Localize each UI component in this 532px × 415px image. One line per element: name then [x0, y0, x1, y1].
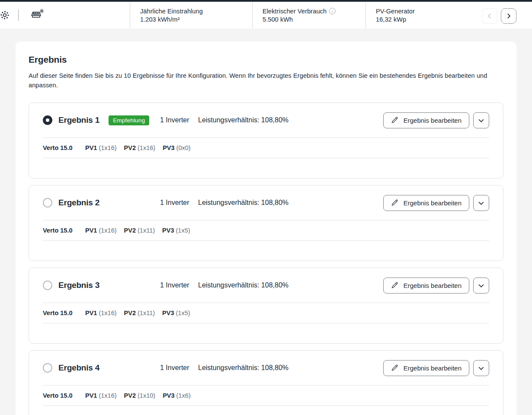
- edit-result-button-label: Ergebnis bearbeiten: [404, 282, 461, 289]
- inverter-model: Verto 15.0: [43, 392, 85, 399]
- pv-strings: PV1 (1x16)PV2 (1x11)PV3 (1x5): [85, 310, 198, 316]
- chevron-right-icon: [506, 13, 512, 19]
- inverter-count: 1 Inverter: [160, 281, 198, 289]
- chevron-down-icon: [478, 282, 484, 289]
- stat-value: 16,32 kWp: [376, 16, 415, 23]
- settings-gear-icon[interactable]: [0, 10, 12, 21]
- result-radio[interactable]: [43, 115, 52, 125]
- stat-jaehrliche-einstrahlung: Jährliche Einstrahlung 1.203 kWh/m²: [130, 2, 252, 29]
- expand-result-button[interactable]: [473, 195, 489, 211]
- pv-string: PV3 (0x0): [163, 144, 191, 151]
- stat-elektrischer-verbrauch: Elektrischer Verbrauch i 5.500 kWh: [252, 2, 365, 29]
- info-icon[interactable]: i: [329, 8, 336, 14]
- chevron-down-icon: [478, 365, 484, 371]
- card-divider: [43, 158, 489, 158]
- edit-result-button-label: Ergebnis bearbeiten: [404, 364, 461, 372]
- pv-string: PV2 (1x11): [124, 310, 155, 316]
- stat-pv-generator: PV-Generator 16,32 kWp: [365, 2, 469, 29]
- results-panel: Ergebnis Auf dieser Seite finden Sie bis…: [16, 42, 516, 415]
- pv-string: PV3 (1x5): [162, 227, 190, 234]
- page-description: Auf dieser Seite finden Sie bis zu 10 Er…: [29, 71, 503, 90]
- pv-string: PV2 (1x10): [124, 392, 156, 399]
- pv-string: PV3 (1x5): [162, 310, 190, 316]
- result-card-header: Ergebnis 2 1 Inverter Leistungsverhältni…: [29, 185, 503, 220]
- pv-strings: PV1 (1x16)PV2 (1x11)PV3 (1x5): [85, 227, 198, 234]
- performance-ratio: Leistungsverhältnis: 108,80%: [198, 281, 288, 289]
- edit-result-button[interactable]: Ergebnis bearbeiten: [383, 112, 469, 128]
- edit-result-button[interactable]: Ergebnis bearbeiten: [383, 195, 469, 211]
- result-card-header: Ergebnis 4 1 Inverter Leistungsverhältni…: [29, 351, 503, 385]
- result-spec-row: Verto 15.0 PV1 (1x16)PV2 (1x16)PV3 (0x0): [29, 138, 503, 158]
- card-divider: [43, 405, 489, 406]
- prev-step-button[interactable]: [482, 8, 497, 24]
- edit-result-button-label: Ergebnis bearbeiten: [404, 117, 461, 124]
- result-radio[interactable]: [43, 198, 52, 208]
- pencil-icon: [391, 199, 399, 207]
- performance-ratio: Leistungsverhältnis: 108,80%: [198, 364, 288, 372]
- stat-label: Elektrischer Verbrauch: [263, 7, 327, 15]
- pv-strings: PV1 (1x16)PV2 (1x16)PV3 (0x0): [85, 144, 198, 151]
- pv-string: PV1 (1x16): [85, 227, 117, 234]
- result-spec-row: Verto 15.0 PV1 (1x16)PV2 (1x10)PV3 (1x6): [29, 386, 503, 405]
- result-title: Ergebnis 2: [58, 198, 99, 208]
- card-divider: [43, 240, 489, 241]
- topbar: Jährliche Einstrahlung 1.203 kWh/m² Elek…: [0, 2, 532, 29]
- recommendation-badge: Empfehlung: [109, 115, 149, 125]
- topbar-stats: Jährliche Einstrahlung 1.203 kWh/m² Elek…: [130, 2, 469, 29]
- result-title: Ergebnis 1: [58, 115, 99, 125]
- result-card: Ergebnis 2 1 Inverter Leistungsverhältni…: [29, 185, 503, 261]
- pv-string: PV2 (1x11): [124, 227, 155, 234]
- expand-result-button[interactable]: [473, 112, 489, 128]
- stat-label: PV-Generator: [376, 7, 415, 15]
- pencil-icon: [391, 281, 399, 289]
- result-radio[interactable]: [43, 363, 52, 373]
- inverter-model: Verto 15.0: [43, 310, 85, 316]
- card-divider: [43, 323, 489, 323]
- pv-string: PV1 (1x16): [85, 392, 117, 399]
- pv-strings: PV1 (1x16)PV2 (1x10)PV3 (1x6): [85, 392, 198, 399]
- pv-string: PV2 (1x16): [124, 144, 156, 151]
- edit-result-button-label: Ergebnis bearbeiten: [404, 199, 461, 207]
- result-title: Ergebnis 4: [58, 363, 99, 373]
- performance-ratio: Leistungsverhältnis: 108,80%: [198, 199, 288, 207]
- next-step-button[interactable]: [501, 8, 516, 24]
- stat-label: Jährliche Einstrahlung: [140, 7, 203, 15]
- stat-value: 5.500 kWh: [263, 16, 336, 23]
- pv-string: PV1 (1x16): [85, 310, 117, 316]
- result-card: Ergebnis 4 1 Inverter Leistungsverhältni…: [29, 350, 503, 415]
- expand-result-button[interactable]: [473, 360, 489, 376]
- edit-result-button[interactable]: Ergebnis bearbeiten: [383, 360, 469, 376]
- chevron-left-icon: [487, 13, 493, 19]
- chevron-down-icon: [478, 117, 484, 124]
- result-spec-row: Verto 15.0 PV1 (1x16)PV2 (1x11)PV3 (1x5): [29, 220, 503, 240]
- chevron-down-icon: [478, 200, 484, 206]
- pv-string: PV3 (1x6): [163, 392, 191, 399]
- solar-panel-icon: [29, 8, 45, 22]
- result-card: Ergebnis 1 Empfehlung 1 Inverter Leistun…: [29, 102, 503, 179]
- inverter-count: 1 Inverter: [160, 199, 198, 207]
- topbar-divider: [18, 10, 19, 21]
- expand-result-button[interactable]: [473, 278, 489, 294]
- inverter-count: 1 Inverter: [160, 364, 198, 372]
- result-card: Ergebnis 3 1 Inverter Leistungsverhältni…: [29, 268, 503, 344]
- pencil-icon: [391, 116, 399, 124]
- result-radio[interactable]: [43, 281, 52, 290]
- inverter-model: Verto 15.0: [43, 227, 85, 234]
- page-title: Ergebnis: [29, 54, 503, 65]
- inverter-model: Verto 15.0: [43, 144, 85, 151]
- result-card-header: Ergebnis 1 Empfehlung 1 Inverter Leistun…: [29, 103, 503, 137]
- inverter-count: 1 Inverter: [160, 116, 198, 124]
- results-list: Ergebnis 1 Empfehlung 1 Inverter Leistun…: [29, 102, 503, 415]
- edit-result-button[interactable]: Ergebnis bearbeiten: [383, 278, 469, 294]
- performance-ratio: Leistungsverhältnis: 108,80%: [198, 116, 288, 124]
- result-title: Ergebnis 3: [58, 281, 99, 290]
- result-card-header: Ergebnis 3 1 Inverter Leistungsverhältni…: [29, 268, 503, 303]
- pencil-icon: [391, 364, 399, 372]
- pv-string: PV1 (1x16): [85, 144, 117, 151]
- result-spec-row: Verto 15.0 PV1 (1x16)PV2 (1x11)PV3 (1x5): [29, 303, 503, 323]
- stat-value: 1.203 kWh/m²: [140, 16, 203, 23]
